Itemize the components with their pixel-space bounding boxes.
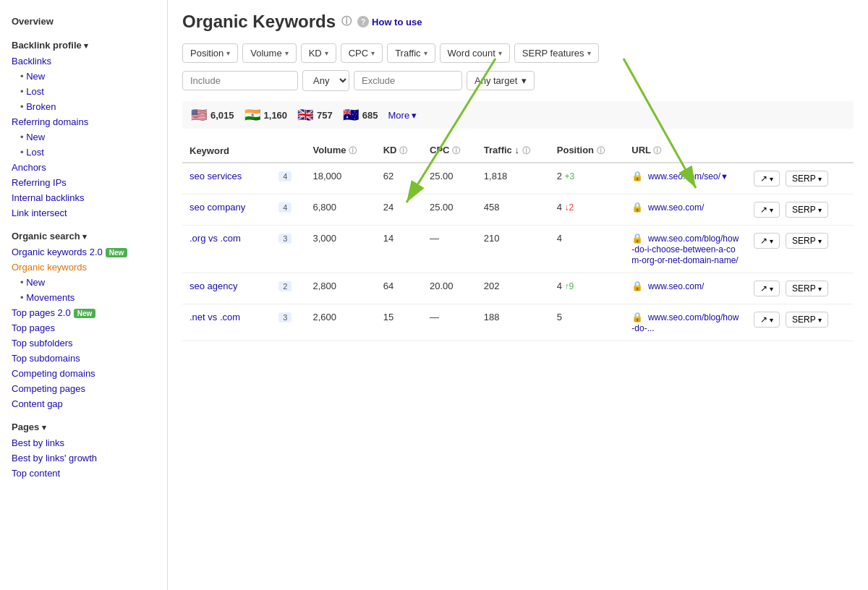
sidebar-overview[interactable]: Overview [0,12,167,30]
sidebar-item-ref-new[interactable]: New [0,129,167,145]
serp-button[interactable]: SERP ▾ [786,312,828,328]
include-input[interactable] [182,71,298,90]
sidebar-item-internal-backlinks[interactable]: Internal backlinks [0,190,167,205]
sidebar-item-backlinks[interactable]: Backlinks [0,54,167,69]
badge-cell: 3 [267,304,305,341]
keyword-link[interactable]: seo services [190,171,242,181]
col-kd[interactable]: KD ⓘ [376,139,422,163]
keyword-badge: 2 [278,281,292,291]
trend-button[interactable]: ↗ ▾ [754,202,780,218]
sidebar-item-competing-domains[interactable]: Competing domains [0,366,167,381]
page-header: Organic Keywords ⓘ How to use [182,12,854,32]
keyword-cell: seo services [182,163,267,194]
sidebar-item-lost[interactable]: Lost [0,84,167,99]
cpc-cell: — [422,304,477,341]
in-count: 1,160 [264,110,288,121]
serp-button[interactable]: SERP ▾ [786,171,828,187]
url-link[interactable]: www.seo.com/blog/how-do-i-choose-between… [631,234,739,265]
trend-button[interactable]: ↗ ▾ [754,281,780,296]
col-url[interactable]: URL ⓘ [624,139,746,163]
col-cpc[interactable]: CPC ⓘ [422,139,477,163]
sidebar-pages[interactable]: Pages ▾ [0,417,167,435]
action-cell: ↗ ▾ SERP ▾ [746,304,854,341]
exclude-input[interactable] [354,71,462,90]
position-cell: 4 [550,226,625,273]
country-row: 🇺🇸 6,015 🇮🇳 1,160 🇬🇧 757 🇦🇺 685 More ▾ [182,101,854,129]
sidebar-item-link-intersect[interactable]: Link intersect [0,205,167,221]
kd-filter[interactable]: KD ▾ [301,43,336,63]
sidebar-item-top-pages-20[interactable]: Top pages 2.0New [0,305,167,320]
url-link[interactable]: www.seo.com/ [648,202,704,213]
how-to-use-link[interactable]: How to use [357,16,422,27]
cpc-filter[interactable]: CPC ▾ [341,43,383,63]
sidebar-item-referring-domains[interactable]: Referring domains [0,114,167,129]
keyword-link[interactable]: seo agency [190,281,238,291]
country-au[interactable]: 🇦🇺 685 [343,107,378,123]
sidebar-item-organic-keywords-20[interactable]: Organic keywords 2.0New [0,244,167,260]
table-row: .org vs .com 3 3,000 14 — 210 4 🔒 www.se… [182,226,854,273]
us-count: 6,015 [210,110,234,121]
keyword-link[interactable]: seo company [190,202,245,213]
serp-features-filter[interactable]: SERP features ▾ [514,43,599,63]
sidebar-item-ok-movements[interactable]: Movements [0,290,167,305]
keyword-badge: 4 [278,202,292,213]
traffic-cell: 202 [477,273,550,304]
col-traffic[interactable]: Traffic ↓ ⓘ [477,139,550,163]
col-volume[interactable]: Volume ⓘ [306,139,376,163]
sidebar-item-referring-ips[interactable]: Referring IPs [0,175,167,190]
col-position[interactable]: Position ⓘ [550,139,625,163]
sidebar-item-content-gap[interactable]: Content gap [0,396,167,411]
url-dropdown[interactable]: ▼ [720,172,728,181]
col-keyword[interactable]: Keyword [182,139,267,163]
sidebar-item-top-subdomains[interactable]: Top subdomains [0,351,167,366]
traffic-filter[interactable]: Traffic ▾ [387,43,435,63]
url-cell: 🔒 www.seo.com/ [624,194,746,226]
title-info-icon[interactable]: ⓘ [341,15,352,28]
us-flag: 🇺🇸 [191,107,207,123]
sidebar-item-new[interactable]: New [0,69,167,84]
volume-cell: 6,800 [306,194,376,226]
page-title-text: Organic Keywords [182,12,336,32]
keyword-link[interactable]: .org vs .com [190,233,241,244]
url-cell: 🔒 www.seo.com/ [624,273,746,304]
sidebar-item-ref-lost[interactable]: Lost [0,145,167,160]
serp-button[interactable]: SERP ▾ [786,202,828,218]
sidebar-item-best-by-links[interactable]: Best by links [0,435,167,450]
url-link[interactable]: www.seo.com/blog/how-do-... [631,312,739,333]
more-countries-btn[interactable]: More ▾ [388,110,417,121]
trend-button[interactable]: ↗ ▾ [754,233,780,249]
url-link[interactable]: www.seo.com/ [648,281,704,291]
volume-cell: 2,600 [306,304,376,341]
serp-button[interactable]: SERP ▾ [786,281,828,296]
table-row: .net vs .com 3 2,600 15 — 188 5 🔒 www.se… [182,304,854,341]
position-cell: 5 [550,304,625,341]
sidebar-item-anchors[interactable]: Anchors [0,160,167,175]
sidebar-item-top-content[interactable]: Top content [0,466,167,481]
sidebar-organic-search[interactable]: Organic search ▾ [0,226,167,244]
sidebar-item-best-by-links-growth[interactable]: Best by links' growth [0,450,167,466]
sidebar-item-ok-new[interactable]: New [0,275,167,290]
sidebar-item-broken[interactable]: Broken [0,99,167,114]
sidebar-item-competing-pages[interactable]: Competing pages [0,381,167,396]
sidebar-backlink-profile[interactable]: Backlink profile ▾ [0,35,167,54]
kd-cell: 24 [376,194,422,226]
country-us[interactable]: 🇺🇸 6,015 [191,107,234,123]
country-gb[interactable]: 🇬🇧 757 [297,107,333,123]
country-in[interactable]: 🇮🇳 1,160 [244,107,288,123]
trend-button[interactable]: ↗ ▾ [754,312,780,328]
volume-filter[interactable]: Volume ▾ [242,43,296,63]
keyword-link[interactable]: .net vs .com [190,312,240,322]
trend-button[interactable]: ↗ ▾ [754,171,780,187]
sidebar-item-top-subfolders[interactable]: Top subfolders [0,335,167,351]
any-select[interactable]: Any [302,70,349,91]
sidebar-item-top-pages[interactable]: Top pages [0,320,167,335]
serp-button[interactable]: SERP ▾ [786,233,828,249]
action-buttons: ↗ ▾ SERP ▾ [754,233,846,249]
any-target-btn[interactable]: Any target ▾ [467,71,535,90]
kd-cell: 62 [376,163,422,194]
position-filter[interactable]: Position ▾ [182,43,238,63]
word-count-filter[interactable]: Word count ▾ [440,43,510,63]
url-link[interactable]: www.seo.com/seo/ [648,171,720,181]
position-cell: 2 +3 [550,163,625,194]
sidebar-item-organic-keywords[interactable]: Organic keywords [0,260,167,275]
